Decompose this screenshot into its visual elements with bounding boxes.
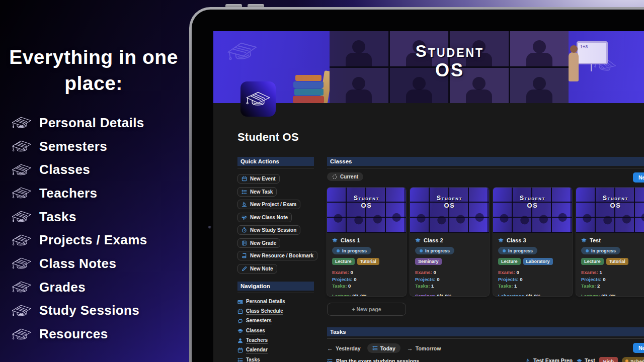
books-illustration <box>293 64 336 103</box>
list-item: Personal Details <box>11 111 147 135</box>
status-dot-icon <box>337 249 340 252</box>
tag-badge: Seminary <box>415 258 442 265</box>
graduation-cap-icon <box>10 231 33 249</box>
divider <box>327 338 644 339</box>
status-badge: In progress <box>581 247 620 254</box>
microscope-icon <box>242 202 247 207</box>
pencil-icon <box>242 266 247 272</box>
status-circle-icon <box>332 174 338 179</box>
list-item: Grades <box>11 276 147 299</box>
arrow-left-icon: ← <box>327 345 333 352</box>
class-card[interactable]: StudentOS Class 2 In progress Seminary <box>410 188 489 296</box>
nav-item-calendar[interactable]: Calendar <box>237 347 314 353</box>
tab-tomorrow[interactable]: → Tomorrow <box>407 345 441 352</box>
new-grade-button[interactable]: New Grade <box>237 238 280 248</box>
tab-yesterday[interactable]: ← Yesterday <box>327 345 361 352</box>
arrow-right-icon: → <box>407 345 413 352</box>
class-gallery: StudentOS Class 1 In progress Lecture Tu… <box>327 188 644 296</box>
priority-badge: High <box>599 357 618 362</box>
class-card[interactable]: StudentOS Class 1 In progress Lecture Tu… <box>327 188 406 296</box>
feature-label: Tasks <box>39 209 76 225</box>
status-dot-icon <box>625 359 628 362</box>
list-item: Semesters <box>11 135 147 158</box>
new-event-button[interactable]: New Event <box>237 174 280 184</box>
calendar-icon <box>237 347 243 353</box>
front-camera-icon <box>208 226 211 229</box>
related-class-link[interactable]: Test <box>577 357 595 362</box>
divider <box>237 293 314 293</box>
new-task-button-tasks[interactable]: New <box>633 343 644 353</box>
nav-item-tasks[interactable]: Tasks <box>237 357 314 362</box>
class-name: Test <box>590 237 601 243</box>
nav-item-teachers[interactable]: Teachers <box>237 337 314 344</box>
class-card[interactable]: StudentOS Test In progress Lecture Tutor… <box>576 188 644 296</box>
cycle-icon <box>237 318 243 324</box>
poster-headline: Everything in one place: <box>9 44 178 96</box>
page-icon[interactable] <box>240 81 276 117</box>
class-note-icon <box>242 215 247 220</box>
poster-background: Everything in one place: Personal Detail… <box>0 0 644 362</box>
class-name: Class 2 <box>424 237 443 243</box>
new-page-button[interactable]: + New page <box>327 303 406 316</box>
graduation-cap-icon <box>10 302 33 320</box>
nav-item-class-schedule[interactable]: Class Schedule <box>237 308 314 315</box>
task-list-icon <box>242 189 247 195</box>
tab-today[interactable]: Today <box>367 343 400 353</box>
class-card[interactable]: StudentOS Class 3 In progress Lecture La… <box>493 188 572 296</box>
feature-list: Personal Details Semesters Classes Teach… <box>11 111 147 346</box>
microscope-icon <box>525 358 531 362</box>
new-class-button[interactable]: New <box>633 172 644 183</box>
card-cover: StudentOS <box>493 188 572 233</box>
graduation-cap-icon <box>10 278 33 296</box>
current-filter-tab[interactable]: Current <box>327 172 363 181</box>
teacher-illustration: 1+3 <box>566 38 621 103</box>
tag-badge: Tutorial <box>357 258 379 265</box>
stopwatch-icon <box>242 227 247 233</box>
task-list-icon <box>372 345 378 351</box>
feature-label: Resources <box>39 326 108 342</box>
list-item: Projects / Exams <box>11 228 147 252</box>
id-card-icon <box>237 299 243 305</box>
task-title: Plan the exam studying sessions <box>336 358 419 362</box>
nav-item-classes[interactable]: Classes <box>237 328 314 334</box>
nav-item-personal-details[interactable]: Personal Details <box>237 299 314 305</box>
graduation-cap-icon <box>10 254 33 273</box>
list-item: Class Notes <box>11 252 147 276</box>
class-name: Class 3 <box>507 237 526 243</box>
calendar-icon <box>237 309 243 314</box>
left-column: Quick Actions New Event New Task New Pro… <box>237 157 314 362</box>
book-icon <box>242 253 247 258</box>
nav-item-semesters[interactable]: Semesters <box>237 318 314 324</box>
related-project-link[interactable]: Test Exam Prep <box>525 357 573 362</box>
new-study-session-button[interactable]: New Study Session <box>237 225 300 235</box>
list-item: Resources <box>11 322 147 346</box>
card-cover: StudentOS <box>327 188 406 233</box>
feature-label: Personal Details <box>39 115 144 131</box>
graduation-cap-doodle-icon <box>224 37 260 66</box>
new-task-button[interactable]: New Task <box>237 187 277 197</box>
list-item: Classes <box>11 158 147 182</box>
feature-label: Class Notes <box>39 256 116 272</box>
new-resource-bookmark-button[interactable]: New Resource / Bookmark <box>237 251 317 260</box>
tag-badge: Laboratory <box>523 258 553 265</box>
cover-title: Student OS <box>364 42 535 80</box>
grad-cap-icon <box>332 238 338 243</box>
new-class-note-button[interactable]: New Class Note <box>237 213 292 222</box>
list-item: Study Sessions <box>11 299 147 323</box>
feature-label: Teachers <box>39 186 97 201</box>
graduation-cap-icon <box>10 208 33 226</box>
graduation-cap-icon <box>10 114 33 132</box>
divider <box>327 168 644 168</box>
tag-badge: Lecture <box>332 258 355 265</box>
graduation-cap-icon <box>10 137 33 155</box>
graduation-cap-icon <box>10 184 33 202</box>
status-badge: In progress <box>332 247 371 254</box>
new-note-button[interactable]: New Note <box>237 264 277 274</box>
new-project-exam-button[interactable]: New Project / Exam <box>237 200 300 209</box>
page-cover[interactable]: Student OS 1+3 <box>213 31 644 103</box>
task-row[interactable]: Plan the exam studying sessions Test Exa… <box>327 356 644 362</box>
task-list-icon <box>237 357 243 362</box>
card-cover: StudentOS <box>410 188 489 233</box>
card-cover: StudentOS <box>576 188 644 233</box>
tag-badge: Lecture <box>498 258 521 265</box>
